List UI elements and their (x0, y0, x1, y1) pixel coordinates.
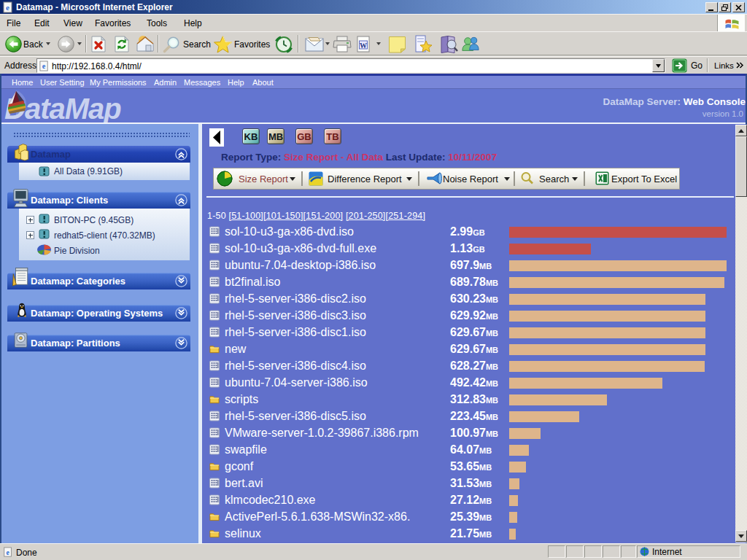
svg-text:e: e (6, 548, 9, 556)
svg-text:e: e (42, 62, 46, 70)
svg-text:W: W (360, 42, 367, 50)
svg-text:e: e (6, 3, 9, 12)
